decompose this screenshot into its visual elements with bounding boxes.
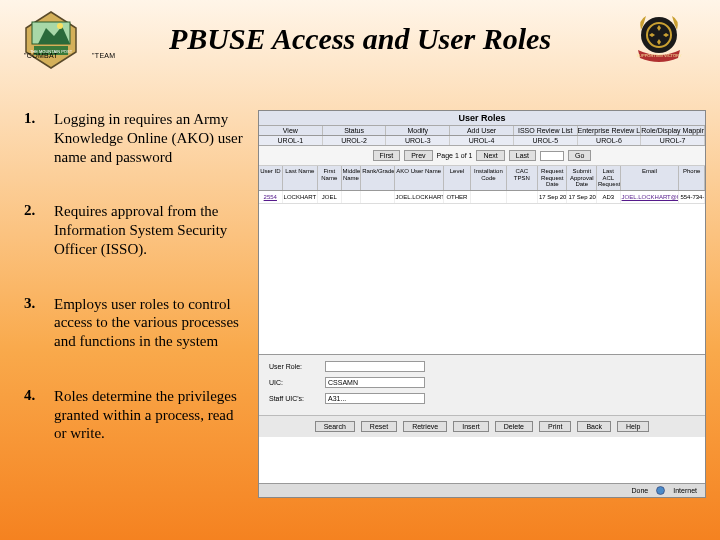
status-done: Done [632, 487, 649, 494]
tab-role-mapping[interactable]: Role/Display Mapping [641, 126, 705, 135]
detail-panel: User Role: UIC: CSSAMN Staff UIC's: A31.… [259, 354, 705, 415]
table-header: User ID Last Name First Name Middle Name… [259, 166, 705, 191]
go-input[interactable] [540, 151, 564, 161]
status-bar: Done Internet [259, 483, 705, 497]
go-button[interactable]: Go [568, 150, 591, 161]
list-item: 3. Employs user roles to control access … [24, 295, 258, 351]
subtab-urol3[interactable]: UROL-3 [386, 136, 450, 145]
subtab-urol1[interactable]: UROL-1 [259, 136, 323, 145]
table-row[interactable]: 2554 LOCKHART JOEL JOEL.LOCKHART OTHER 1… [259, 191, 705, 205]
subtab-urol4[interactable]: UROL-4 [450, 136, 514, 145]
user-role-field[interactable] [325, 361, 425, 372]
next-button[interactable]: Next [476, 150, 504, 161]
reset-button[interactable]: Reset [361, 421, 397, 432]
uic-label: UIC: [269, 379, 319, 386]
pbuse-app-window: User Roles View Status Modify Add User I… [258, 110, 706, 498]
bullet-list: 1. Logging in requires an Army Knowledge… [24, 110, 258, 498]
page-indicator: Page 1 of 1 [437, 152, 473, 159]
tab-add-user[interactable]: Add User [450, 126, 514, 135]
search-button[interactable]: Search [315, 421, 355, 432]
subtab-urol6[interactable]: UROL-6 [578, 136, 642, 145]
tab-enterprise-review[interactable]: Enterprise Review List [578, 126, 642, 135]
globe-icon [656, 486, 665, 495]
fort-carson-logo: THE MOUNTAIN POST [20, 8, 82, 70]
status-internet: Internet [673, 487, 697, 494]
first-button[interactable]: First [373, 150, 401, 161]
uic-field[interactable]: CSSAMN [325, 377, 425, 388]
tab-status[interactable]: Status [323, 126, 387, 135]
print-button[interactable]: Print [539, 421, 571, 432]
svg-point-9 [657, 487, 665, 495]
staff-uic-field[interactable]: A31... [325, 393, 425, 404]
insert-button[interactable]: Insert [453, 421, 489, 432]
staff-uic-label: Staff UIC's: [269, 395, 319, 402]
app-title: User Roles [259, 111, 705, 126]
supporting-victory-crest: SUPPORTING VICTORY [628, 8, 690, 70]
list-item: 4. Roles determine the privileges grante… [24, 387, 258, 443]
user-role-label: User Role: [269, 363, 319, 370]
subtab-urol7[interactable]: UROL-7 [641, 136, 705, 145]
retrieve-button[interactable]: Retrieve [403, 421, 447, 432]
help-button[interactable]: Help [617, 421, 649, 432]
subtab-urol2[interactable]: UROL-2 [323, 136, 387, 145]
tab-modify[interactable]: Modify [386, 126, 450, 135]
combat-label: "COMBAT [24, 52, 58, 59]
last-button[interactable]: Last [509, 150, 536, 161]
subtab-urol5[interactable]: UROL-5 [514, 136, 578, 145]
prev-button[interactable]: Prev [404, 150, 432, 161]
page-title: PBUSE Access and User Roles [102, 22, 618, 56]
tab-isso-review[interactable]: ISSO Review List [514, 126, 578, 135]
team-label: "TEAM [92, 52, 115, 59]
back-button[interactable]: Back [577, 421, 611, 432]
list-item: 1. Logging in requires an Army Knowledge… [24, 110, 258, 166]
tab-view[interactable]: View [259, 126, 323, 135]
svg-text:SUPPORTING VICTORY: SUPPORTING VICTORY [636, 53, 681, 58]
svg-point-3 [57, 23, 63, 29]
list-item: 2. Requires approval from the Informatio… [24, 202, 258, 258]
delete-button[interactable]: Delete [495, 421, 533, 432]
